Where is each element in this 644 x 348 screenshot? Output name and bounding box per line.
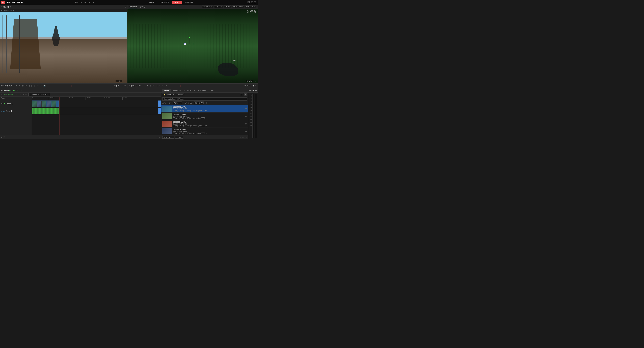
tab-controls[interactable]: CONTROLS [183,89,196,92]
trimmer-help-icon[interactable]: ? [125,6,126,8]
media-details-2: 00;00;14;12 @ 23.976fps, stereo @ 48000H… [173,125,244,127]
meter-left-bar [252,94,254,138]
viewer-loop[interactable]: ⟳ [146,85,148,87]
trimmer-timeline-scrubber[interactable] [48,86,110,86]
new-folder-button[interactable]: New Folder [162,136,174,139]
media-settings-0[interactable]: ⚙ [245,108,247,110]
editor-ripple-icon[interactable]: ⇔ [26,94,27,96]
viewer-snap[interactable]: ⊡ [149,85,151,87]
editor-snap-icon[interactable]: ⊡ [23,94,24,96]
view-2d-option[interactable]: VIEW: 2D ▾ [202,6,213,8]
viewer-mark-icon[interactable]: ⊳ [143,85,145,87]
gizmo-y-axis [189,38,189,44]
composite-shot-button[interactable]: ⬡ Make Composite Shot [28,93,50,96]
viewer-zoom-display: 92.4% [246,80,252,82]
editor-scroll-left[interactable]: ◁ [156,136,157,138]
editor-panel: EDITOR 00;00;56;13 ? ↖ 00;00;56;13 ⟳ ⊡ ⇔… [0,88,161,139]
view-local-option[interactable]: LOCAL ▾ [214,6,223,8]
viewer-timeline-scrubber[interactable] [170,86,240,86]
media-settings-2[interactable]: ⚙ [245,123,247,125]
media-item-1[interactable]: 01100033.MOV 1920 x 1080 pixels 00;00;10… [161,113,248,120]
tab-edit[interactable]: EDIT [172,1,182,4]
tab-project[interactable]: PROJECT [158,1,172,4]
search-input[interactable] [162,98,247,101]
viewer-prev-frame[interactable]: ◁ [156,85,158,87]
panel-refresh-icon[interactable]: ↻ [246,89,247,92]
import-button[interactable]: 📁 Import... ▾ [162,93,175,96]
trimmer-skip-end[interactable]: ⏭ [37,85,40,87]
viewer-expand-icon[interactable]: ⤢ [255,80,256,82]
video-track-visibility[interactable]: 👁 [1,103,3,105]
audio-track-area[interactable] [32,107,161,115]
menu-file[interactable]: File [75,1,78,3]
editor-select-tool[interactable]: ↖ [1,94,3,96]
menu-redo[interactable]: ↪ [89,1,90,4]
clip-end-handle-audio[interactable] [158,108,161,114]
editor-add-track[interactable]: + [1,136,2,138]
trimmer-skip-start[interactable]: ⏮ [25,85,27,87]
media-item-3[interactable]: 01100035.MOV 1920 x 1080 pixels 00;00;13… [161,128,248,135]
clip-end-handle-video[interactable] [158,101,161,107]
tab-viewer[interactable]: VIEWER [129,5,137,9]
ruler-mark-5: 0;05;0 [122,97,127,100]
view-quarter-option[interactable]: QUARTER ▾ [232,6,244,8]
group-select[interactable]: Folder Type None [194,102,204,104]
tab-text[interactable]: TEXT [208,89,216,92]
timeline-ruler: 0 0;00;01 0;02;00 0;03;00 0;04;00 0;05;0 [32,97,161,100]
tab-media[interactable]: MEDIA [162,89,171,92]
trimmer-loop[interactable]: ⟳ [19,85,21,87]
arrange-select[interactable]: Name Date Type [172,102,182,104]
minimize-button[interactable]: — [248,1,250,3]
timeline-playhead[interactable] [60,97,60,135]
tab-effects[interactable]: EFFECTS [171,89,183,92]
delete-button[interactable]: Delete [175,136,183,139]
menu-undo[interactable]: ↩ [84,1,86,4]
menu-edit-icon[interactable]: ✎ [80,1,82,4]
view-rgb-option[interactable]: RGB ▾ [224,6,231,8]
media-item-2[interactable]: 01100034.MOV 1920 x 1080 pixels 00;00;14… [161,120,248,128]
trimmer-snap[interactable]: ⊡ [22,85,24,87]
trimmer-zoom-display: 92.8% [116,80,122,82]
media-settings-1[interactable]: ⚙ [245,115,247,117]
viewer-play-pause[interactable]: ▶ [159,85,161,87]
editor-help-icon[interactable]: ? [158,89,160,92]
meter-scale: 6 0 -6 -12 -18 -24 -30 -36 -42 -48 -54 [249,94,252,138]
trimmer-time-end: 00;00;11;12 [112,85,126,87]
trimmer-mark-in[interactable]: ⊳ [16,85,18,87]
viewer-skip-end[interactable]: ⏭ [165,85,167,87]
editor-scroll-right[interactable]: ▷ [158,136,160,138]
tab-export[interactable]: EXPORT [183,1,196,4]
maximize-button[interactable]: □ [251,1,253,3]
tab-layer[interactable]: LAYER [139,6,146,8]
media-item-0[interactable]: 01100032.MOV 1920 x 1080 pixels 00;00;11… [161,105,248,113]
trimmer-expand-icon[interactable]: ⤢ [124,80,126,82]
import-arrow: ▾ [173,94,174,96]
viewer-next-frame[interactable]: ▷ [162,85,164,87]
audio-track-mute[interactable]: ♪ [1,110,2,112]
media-size-0: 1920 x 1080 pixels [173,108,244,110]
media-settings-3[interactable]: ⚙ [245,130,247,133]
list-view-btn[interactable]: ☰ [240,93,243,96]
video-track-area[interactable] [32,100,161,107]
new-button[interactable]: ✦ New [176,93,184,96]
grid-view-btn[interactable]: ⊞ [244,93,247,96]
timeline-area[interactable]: 0 0;00;01 0;02;00 0;03;00 0;04;00 0;05;0 [32,97,161,135]
trimmer-play-pause[interactable]: ▶ [31,85,33,87]
close-button[interactable]: ✕ [254,1,256,3]
trimmer-prev-frame[interactable]: ◁ [28,85,30,87]
menu-grid[interactable]: ⊞ [93,1,94,4]
trimmer-camera[interactable]: 📷 [43,85,46,87]
sort-icon[interactable]: ⇅ [206,102,207,104]
video-clip-main[interactable] [32,101,59,107]
media-name-3: 01100035.MOV [173,129,244,131]
audio-clip-main[interactable] [32,108,59,114]
tab-history[interactable]: HISTORY [196,89,208,92]
view-options-option[interactable]: OPTIONS ▾ [245,6,256,8]
trimmer-next-frame[interactable]: ▷ [34,85,36,87]
editor-loop-icon[interactable]: ⟳ [20,94,21,96]
viewer-skip-start[interactable]: ⏮ [152,85,155,87]
editor-layers-icon[interactable]: ☰ [3,136,5,138]
trimmer-audio[interactable]: ♪ [40,85,42,87]
media-info-2: 01100034.MOV 1920 x 1080 pixels 00;00;14… [173,121,244,127]
tab-home[interactable]: HOME [146,1,157,4]
